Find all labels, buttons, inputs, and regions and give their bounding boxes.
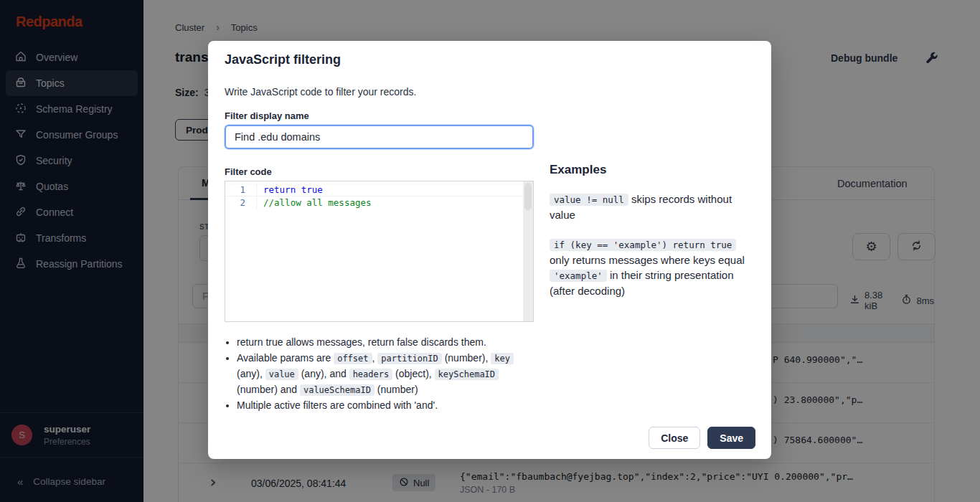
param-chip: offset (334, 353, 372, 364)
note-item: Multiple active filters are combined wit… (237, 398, 529, 413)
param-chip: valueSchemaID (300, 384, 374, 396)
example-2: if (key == 'example') return true only r… (550, 237, 759, 298)
note-item: return true allows messages, return fals… (237, 335, 529, 350)
modal-title: JavaScript filtering (225, 52, 341, 67)
note-item: Available params are offset, partitionID… (237, 351, 529, 398)
editor-scrollbar[interactable] (523, 181, 533, 321)
param-chip: keySchemaID (435, 369, 499, 380)
code-line: 1 return true (225, 184, 533, 196)
modal-footer: Close Save (649, 427, 755, 449)
example-text: only returns messages where keys equal (550, 254, 745, 266)
code-text: return true (257, 184, 323, 196)
example-code-chip: 'example' (550, 270, 607, 282)
filter-code-label: Filter code (225, 166, 272, 177)
line-number: 2 (225, 196, 257, 209)
line-number: 1 (225, 184, 257, 196)
param-chip: key (491, 353, 514, 364)
save-button[interactable]: Save (707, 427, 755, 449)
examples-panel: Examples value != null skips records wit… (550, 163, 759, 298)
example-code-chip: value != null (550, 194, 628, 206)
filter-display-name-input[interactable] (225, 125, 534, 149)
modal-description: Write JavaScript code to filter your rec… (225, 86, 416, 98)
filter-display-name-label: Filter display name (225, 110, 309, 121)
close-button[interactable]: Close (649, 427, 700, 449)
example-1: value != null skips records without valu… (550, 191, 759, 222)
param-chip: value (265, 369, 298, 380)
param-chip: headers (349, 369, 393, 380)
param-chip: partitionID (377, 353, 441, 364)
code-text: //allow all messages (257, 196, 372, 209)
code-editor[interactable]: 1 return true 2 //allow all messages (225, 181, 534, 322)
examples-heading: Examples (550, 163, 759, 177)
filter-notes: return true allows messages, return fals… (225, 335, 529, 414)
code-line: 2 //allow all messages (225, 196, 533, 209)
javascript-filtering-modal: JavaScript filtering Write JavaScript co… (208, 41, 771, 459)
screen: Redpanda Overview Topics Schema Registry… (0, 0, 980, 502)
example-code-chip: if (key == 'example') return true (550, 239, 736, 251)
